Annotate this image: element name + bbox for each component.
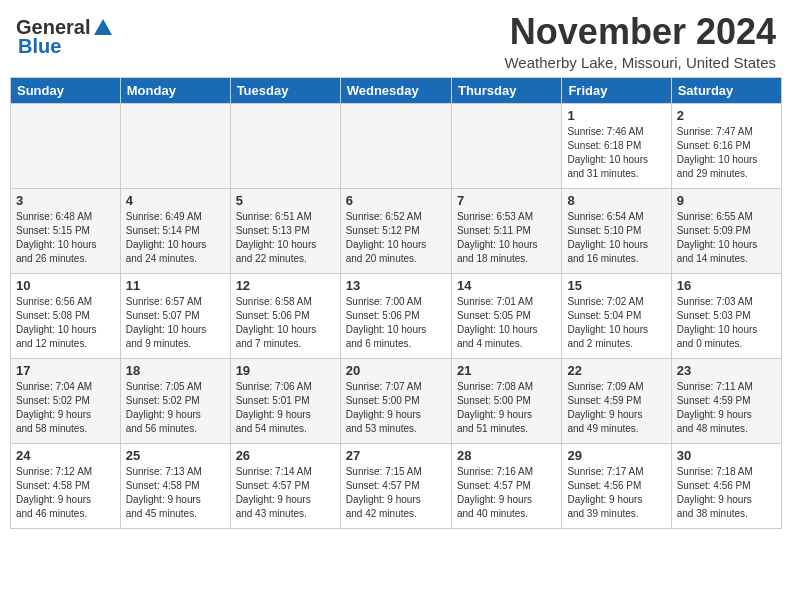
day-info: Sunrise: 6:55 AM Sunset: 5:09 PM Dayligh… — [677, 210, 776, 266]
day-number: 2 — [677, 108, 776, 123]
day-info: Sunrise: 7:47 AM Sunset: 6:16 PM Dayligh… — [677, 125, 776, 181]
day-info: Sunrise: 6:58 AM Sunset: 5:06 PM Dayligh… — [236, 295, 335, 351]
day-number: 4 — [126, 193, 225, 208]
calendar-cell: 15Sunrise: 7:02 AM Sunset: 5:04 PM Dayli… — [562, 273, 671, 358]
day-number: 27 — [346, 448, 446, 463]
day-info: Sunrise: 7:15 AM Sunset: 4:57 PM Dayligh… — [346, 465, 446, 521]
calendar-week-row: 24Sunrise: 7:12 AM Sunset: 4:58 PM Dayli… — [11, 443, 782, 528]
calendar-cell: 5Sunrise: 6:51 AM Sunset: 5:13 PM Daylig… — [230, 188, 340, 273]
calendar-header-tuesday: Tuesday — [230, 77, 340, 103]
calendar-header-sunday: Sunday — [11, 77, 121, 103]
calendar-cell: 18Sunrise: 7:05 AM Sunset: 5:02 PM Dayli… — [120, 358, 230, 443]
day-info: Sunrise: 6:57 AM Sunset: 5:07 PM Dayligh… — [126, 295, 225, 351]
calendar-week-row: 3Sunrise: 6:48 AM Sunset: 5:15 PM Daylig… — [11, 188, 782, 273]
calendar-cell: 16Sunrise: 7:03 AM Sunset: 5:03 PM Dayli… — [671, 273, 781, 358]
day-info: Sunrise: 7:06 AM Sunset: 5:01 PM Dayligh… — [236, 380, 335, 436]
calendar-cell: 23Sunrise: 7:11 AM Sunset: 4:59 PM Dayli… — [671, 358, 781, 443]
page-header: General Blue November 2024 Weatherby Lak… — [0, 0, 792, 77]
calendar-cell: 24Sunrise: 7:12 AM Sunset: 4:58 PM Dayli… — [11, 443, 121, 528]
calendar-week-row: 10Sunrise: 6:56 AM Sunset: 5:08 PM Dayli… — [11, 273, 782, 358]
logo-blue-text: Blue — [18, 35, 61, 58]
day-number: 1 — [567, 108, 665, 123]
day-info: Sunrise: 6:52 AM Sunset: 5:12 PM Dayligh… — [346, 210, 446, 266]
calendar-cell — [120, 103, 230, 188]
day-info: Sunrise: 7:11 AM Sunset: 4:59 PM Dayligh… — [677, 380, 776, 436]
calendar-table: SundayMondayTuesdayWednesdayThursdayFrid… — [10, 77, 782, 529]
calendar-cell: 22Sunrise: 7:09 AM Sunset: 4:59 PM Dayli… — [562, 358, 671, 443]
day-number: 22 — [567, 363, 665, 378]
day-number: 3 — [16, 193, 115, 208]
day-info: Sunrise: 6:53 AM Sunset: 5:11 PM Dayligh… — [457, 210, 556, 266]
day-number: 7 — [457, 193, 556, 208]
calendar-cell: 27Sunrise: 7:15 AM Sunset: 4:57 PM Dayli… — [340, 443, 451, 528]
day-number: 10 — [16, 278, 115, 293]
day-number: 26 — [236, 448, 335, 463]
day-number: 9 — [677, 193, 776, 208]
day-info: Sunrise: 7:03 AM Sunset: 5:03 PM Dayligh… — [677, 295, 776, 351]
day-info: Sunrise: 7:17 AM Sunset: 4:56 PM Dayligh… — [567, 465, 665, 521]
calendar-header-thursday: Thursday — [451, 77, 561, 103]
day-info: Sunrise: 7:01 AM Sunset: 5:05 PM Dayligh… — [457, 295, 556, 351]
day-number: 24 — [16, 448, 115, 463]
calendar-cell: 17Sunrise: 7:04 AM Sunset: 5:02 PM Dayli… — [11, 358, 121, 443]
day-info: Sunrise: 7:46 AM Sunset: 6:18 PM Dayligh… — [567, 125, 665, 181]
day-number: 20 — [346, 363, 446, 378]
calendar-cell: 19Sunrise: 7:06 AM Sunset: 5:01 PM Dayli… — [230, 358, 340, 443]
calendar-cell: 8Sunrise: 6:54 AM Sunset: 5:10 PM Daylig… — [562, 188, 671, 273]
day-number: 17 — [16, 363, 115, 378]
calendar-cell: 29Sunrise: 7:17 AM Sunset: 4:56 PM Dayli… — [562, 443, 671, 528]
calendar-cell — [11, 103, 121, 188]
day-info: Sunrise: 6:51 AM Sunset: 5:13 PM Dayligh… — [236, 210, 335, 266]
calendar-header-friday: Friday — [562, 77, 671, 103]
calendar-week-row: 1Sunrise: 7:46 AM Sunset: 6:18 PM Daylig… — [11, 103, 782, 188]
svg-marker-0 — [94, 19, 112, 35]
calendar-cell: 11Sunrise: 6:57 AM Sunset: 5:07 PM Dayli… — [120, 273, 230, 358]
day-number: 25 — [126, 448, 225, 463]
calendar-header-wednesday: Wednesday — [340, 77, 451, 103]
calendar-cell: 30Sunrise: 7:18 AM Sunset: 4:56 PM Dayli… — [671, 443, 781, 528]
logo: General Blue — [16, 12, 114, 58]
calendar-cell: 13Sunrise: 7:00 AM Sunset: 5:06 PM Dayli… — [340, 273, 451, 358]
calendar-cell: 1Sunrise: 7:46 AM Sunset: 6:18 PM Daylig… — [562, 103, 671, 188]
day-info: Sunrise: 7:05 AM Sunset: 5:02 PM Dayligh… — [126, 380, 225, 436]
calendar-cell: 25Sunrise: 7:13 AM Sunset: 4:58 PM Dayli… — [120, 443, 230, 528]
day-number: 14 — [457, 278, 556, 293]
calendar-cell — [230, 103, 340, 188]
month-title: November 2024 — [504, 12, 776, 52]
calendar-cell: 10Sunrise: 6:56 AM Sunset: 5:08 PM Dayli… — [11, 273, 121, 358]
calendar-cell: 3Sunrise: 6:48 AM Sunset: 5:15 PM Daylig… — [11, 188, 121, 273]
day-info: Sunrise: 7:13 AM Sunset: 4:58 PM Dayligh… — [126, 465, 225, 521]
calendar-cell: 20Sunrise: 7:07 AM Sunset: 5:00 PM Dayli… — [340, 358, 451, 443]
day-number: 23 — [677, 363, 776, 378]
day-info: Sunrise: 6:54 AM Sunset: 5:10 PM Dayligh… — [567, 210, 665, 266]
day-number: 15 — [567, 278, 665, 293]
calendar-header-saturday: Saturday — [671, 77, 781, 103]
day-number: 29 — [567, 448, 665, 463]
day-number: 18 — [126, 363, 225, 378]
calendar-cell: 6Sunrise: 6:52 AM Sunset: 5:12 PM Daylig… — [340, 188, 451, 273]
day-info: Sunrise: 6:48 AM Sunset: 5:15 PM Dayligh… — [16, 210, 115, 266]
day-number: 28 — [457, 448, 556, 463]
day-info: Sunrise: 7:04 AM Sunset: 5:02 PM Dayligh… — [16, 380, 115, 436]
day-number: 11 — [126, 278, 225, 293]
day-number: 30 — [677, 448, 776, 463]
calendar-cell: 9Sunrise: 6:55 AM Sunset: 5:09 PM Daylig… — [671, 188, 781, 273]
calendar-week-row: 17Sunrise: 7:04 AM Sunset: 5:02 PM Dayli… — [11, 358, 782, 443]
day-info: Sunrise: 7:14 AM Sunset: 4:57 PM Dayligh… — [236, 465, 335, 521]
day-number: 19 — [236, 363, 335, 378]
day-info: Sunrise: 7:02 AM Sunset: 5:04 PM Dayligh… — [567, 295, 665, 351]
day-number: 12 — [236, 278, 335, 293]
day-number: 5 — [236, 193, 335, 208]
calendar-cell: 14Sunrise: 7:01 AM Sunset: 5:05 PM Dayli… — [451, 273, 561, 358]
day-info: Sunrise: 6:56 AM Sunset: 5:08 PM Dayligh… — [16, 295, 115, 351]
day-info: Sunrise: 7:00 AM Sunset: 5:06 PM Dayligh… — [346, 295, 446, 351]
day-info: Sunrise: 7:08 AM Sunset: 5:00 PM Dayligh… — [457, 380, 556, 436]
day-number: 8 — [567, 193, 665, 208]
title-section: November 2024 Weatherby Lake, Missouri, … — [504, 12, 776, 71]
calendar-cell: 7Sunrise: 6:53 AM Sunset: 5:11 PM Daylig… — [451, 188, 561, 273]
day-number: 21 — [457, 363, 556, 378]
calendar-cell — [340, 103, 451, 188]
calendar-cell: 2Sunrise: 7:47 AM Sunset: 6:16 PM Daylig… — [671, 103, 781, 188]
day-info: Sunrise: 6:49 AM Sunset: 5:14 PM Dayligh… — [126, 210, 225, 266]
day-info: Sunrise: 7:18 AM Sunset: 4:56 PM Dayligh… — [677, 465, 776, 521]
